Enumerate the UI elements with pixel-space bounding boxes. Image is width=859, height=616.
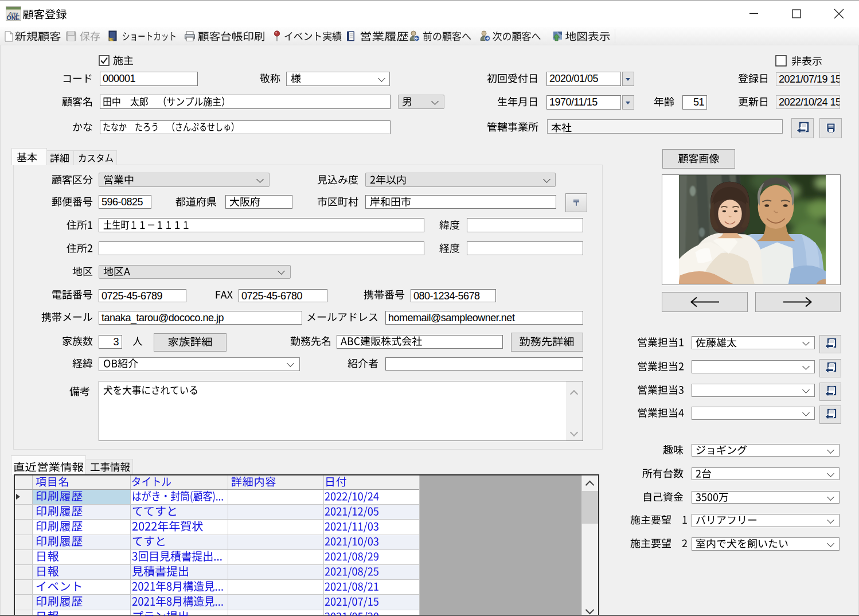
- svg-text:ONE: ONE: [7, 14, 20, 21]
